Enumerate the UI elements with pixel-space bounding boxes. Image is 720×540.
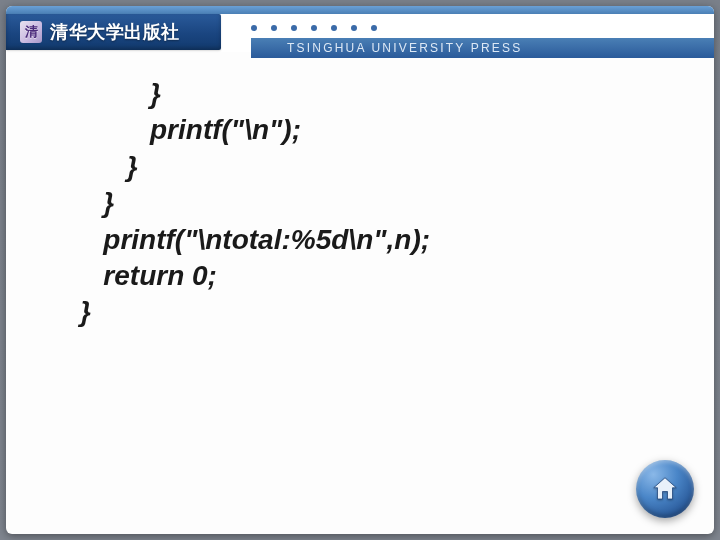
dot-icon (291, 25, 297, 31)
dot-icon (271, 25, 277, 31)
code-line: printf("\n"); (80, 114, 301, 145)
decorative-dots (251, 25, 377, 31)
home-icon (650, 474, 680, 504)
publisher-name-en: TSINGHUA UNIVERSITY PRESS (287, 41, 523, 55)
home-button[interactable] (636, 460, 694, 518)
header: 清 清华大学出版社 TSINGHUA UNIVERSITY PRESS (6, 14, 714, 52)
publisher-mark-glyph: 清 (25, 23, 38, 41)
dot-icon (351, 25, 357, 31)
code-block: } printf("\n"); } } printf("\ntotal:%5d\… (80, 76, 684, 331)
code-line: } (80, 187, 114, 218)
publisher-name-zh: 清华大学出版社 (50, 20, 180, 44)
code-line: printf("\ntotal:%5d\n",n); (80, 224, 430, 255)
dot-icon (371, 25, 377, 31)
top-strip (6, 6, 714, 14)
dot-icon (331, 25, 337, 31)
publisher-logo-bar: 清 清华大学出版社 (6, 14, 221, 50)
dot-icon (251, 25, 257, 31)
code-line: } (80, 78, 161, 109)
slide-frame: 清 清华大学出版社 TSINGHUA UNIVERSITY PRESS } pr… (6, 6, 714, 534)
publisher-mark-icon: 清 (20, 21, 42, 43)
code-line: } (80, 151, 138, 182)
code-line: } (80, 296, 91, 327)
dot-icon (311, 25, 317, 31)
publisher-subbar: TSINGHUA UNIVERSITY PRESS (251, 38, 714, 58)
slide-content: } printf("\n"); } } printf("\ntotal:%5d\… (80, 76, 684, 504)
code-line: return 0; (80, 260, 217, 291)
